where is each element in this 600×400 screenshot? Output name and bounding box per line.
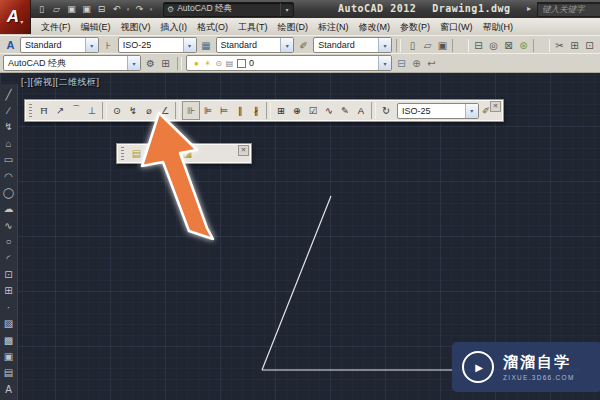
paste-icon[interactable]: ⊡	[582, 38, 597, 53]
chevron-down-icon[interactable]: ▾	[183, 38, 196, 52]
dim-flyout-icon[interactable]: ▭	[162, 146, 179, 161]
dim-style-select[interactable]: ISO-25 ▾	[118, 37, 197, 53]
dim-flyout-icon[interactable]: ◪	[179, 146, 196, 161]
open-icon[interactable]: ▱	[50, 3, 63, 16]
arc-icon[interactable]: ◠	[1, 168, 16, 184]
menu-item[interactable]: 参数(P)	[395, 19, 435, 34]
close-icon[interactable]: ✕	[238, 145, 249, 156]
new-icon[interactable]: ▯	[405, 38, 420, 53]
toolbar-grip[interactable]	[121, 147, 124, 161]
gradient-icon[interactable]: ▩	[1, 332, 16, 348]
dim-flyout-icon[interactable]: ▤	[128, 146, 145, 161]
menu-item[interactable]: 标注(N)	[313, 19, 354, 34]
search-arrow-icon[interactable]: ▸	[527, 4, 531, 13]
menu-item[interactable]: 窗口(W)	[435, 19, 478, 34]
redo-flyout-icon[interactable]: ▾	[148, 3, 154, 16]
workspace-selector[interactable]: ⚙ AutoCAD 经典 ▾	[163, 2, 294, 17]
save-icon[interactable]: ▣	[65, 3, 78, 16]
dim-style-combo[interactable]: ISO-25 ▾	[397, 103, 479, 119]
chevron-down-icon[interactable]: ▾	[280, 38, 293, 52]
dim-aligned-icon[interactable]: ↗	[52, 102, 68, 119]
print-icon[interactable]: ⊟	[471, 38, 486, 53]
dim-continue-icon[interactable]: ⊨	[216, 102, 232, 119]
copy-icon[interactable]: ⊞	[567, 38, 582, 53]
open-icon[interactable]: ▱	[420, 38, 435, 53]
viewport-controls[interactable]: [-][俯视][二维线框]	[21, 76, 100, 89]
make-block-icon[interactable]: ⊞	[1, 283, 16, 299]
dim-arc-length-icon[interactable]: ⌒	[68, 102, 84, 119]
search-input[interactable]: 键入关键字	[537, 2, 600, 17]
chevron-down-icon[interactable]: ▾	[127, 56, 140, 70]
chevron-down-icon[interactable]: ▾	[378, 56, 391, 70]
menu-item[interactable]: 绘图(D)	[273, 19, 314, 34]
dim-text-edit-icon[interactable]: A	[353, 102, 369, 119]
inspection-icon[interactable]: ☑	[305, 102, 321, 119]
center-mark-icon[interactable]: ⊕	[289, 102, 305, 119]
point-icon[interactable]: ·	[1, 299, 16, 315]
menu-item[interactable]: 插入(I)	[156, 19, 193, 34]
gear-icon[interactable]: ⚙	[143, 56, 158, 71]
chevron-down-icon[interactable]: ▾	[280, 3, 293, 16]
print-icon[interactable]: ⊟	[95, 3, 108, 16]
chevron-down-icon[interactable]: ▾	[85, 38, 98, 52]
rectangle-icon[interactable]: ▭	[1, 152, 16, 168]
save-icon[interactable]: ▣	[435, 38, 450, 53]
layer-control-combo[interactable]: ●☀⊙▤ 0 ▾	[186, 55, 392, 71]
construction-line-icon[interactable]: ∕	[1, 102, 16, 118]
polyline-icon[interactable]: ↯	[1, 119, 16, 135]
workspace-settings-icon[interactable]: ⊞	[158, 56, 173, 71]
menu-item[interactable]: 修改(M)	[354, 19, 396, 34]
line-icon[interactable]: ╱	[1, 86, 16, 102]
ellipse-icon[interactable]: ○	[1, 234, 16, 250]
dim-linear-icon[interactable]: Ħ	[36, 102, 52, 119]
dim-update-icon[interactable]: ↻	[378, 102, 394, 119]
dim-style-list-icon[interactable]: ⊦	[101, 38, 116, 53]
chevron-down-icon[interactable]: ▾	[465, 104, 478, 118]
close-icon[interactable]: ✕	[490, 101, 501, 112]
menu-item[interactable]: 格式(O)	[192, 19, 233, 34]
menu-item[interactable]: 编辑(E)	[76, 19, 116, 34]
save-as-icon[interactable]: ▣	[80, 3, 93, 16]
layer-on-icon[interactable]: ●	[191, 59, 202, 68]
layer-lock-icon[interactable]: ⊙	[213, 59, 224, 68]
menu-item[interactable]: 帮助(H)	[478, 19, 519, 34]
table-icon[interactable]: ▤	[1, 365, 16, 381]
menu-item[interactable]: 工具(T)	[233, 19, 273, 34]
dim-edit-icon[interactable]: ✎	[337, 102, 353, 119]
new-icon[interactable]: ▯	[35, 3, 48, 16]
redo-icon[interactable]: ↷	[133, 3, 146, 16]
jogged-linear-icon[interactable]: ∿	[321, 102, 337, 119]
hatch-icon[interactable]: ▨	[1, 315, 16, 331]
layer-plot-icon[interactable]: ▤	[224, 59, 235, 68]
plot-icon[interactable]: ⊠	[501, 38, 516, 53]
quick-dim-icon[interactable]: ⊪	[182, 101, 200, 120]
chevron-down-icon[interactable]: ▾	[378, 38, 391, 52]
cut-icon[interactable]: ✂	[552, 38, 567, 53]
dim-break-icon[interactable]: ∦	[248, 102, 264, 119]
app-menu-button[interactable]: A ▾	[0, 0, 31, 34]
menu-item[interactable]: 视图(V)	[116, 19, 156, 34]
dim-baseline-icon[interactable]: ⊫	[200, 102, 216, 119]
dim-diameter-icon[interactable]: ⌀	[141, 102, 157, 119]
mleader-style-icon[interactable]: ✐	[296, 38, 311, 53]
dim-radius-icon[interactable]: ⊙	[109, 102, 125, 119]
dim-angular-icon[interactable]: ∠	[157, 102, 173, 119]
ellipse-arc-icon[interactable]: ◜	[1, 250, 16, 266]
mleader-style-select[interactable]: Standard ▾	[313, 37, 392, 53]
table-style-select[interactable]: Standard ▾	[216, 37, 295, 53]
region-icon[interactable]: ▣	[1, 348, 16, 364]
polygon-icon[interactable]: ⌂	[1, 135, 16, 151]
make-layer-current-icon[interactable]: ⊕	[409, 56, 424, 71]
dim-flyout-icon[interactable]: ▥	[145, 146, 162, 161]
text-style-select[interactable]: Standard ▾	[20, 37, 99, 53]
preview-icon[interactable]: ◎	[486, 38, 501, 53]
tolerance-icon[interactable]: ⊞	[273, 102, 289, 119]
layer-previous-icon[interactable]: ↩	[424, 56, 439, 71]
spline-icon[interactable]: ∿	[1, 217, 16, 233]
table-style-icon[interactable]: ▦	[199, 38, 214, 53]
revision-cloud-icon[interactable]: ☁	[1, 201, 16, 217]
dim-ordinate-icon[interactable]: ⊥	[84, 102, 100, 119]
layer-properties-icon[interactable]: ⊟	[394, 56, 409, 71]
workspace-combo[interactable]: AutoCAD 经典 ▾	[3, 55, 141, 71]
toolbar-grip[interactable]	[29, 104, 32, 118]
